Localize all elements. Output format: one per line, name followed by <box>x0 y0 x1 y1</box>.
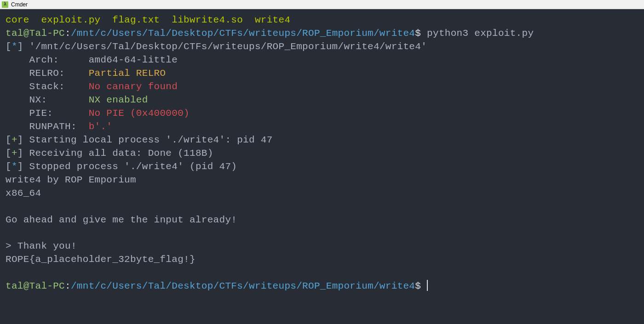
titlebar[interactable]: λ Cmder <box>0 0 644 9</box>
prog-prompt: Go ahead and give me the input already! <box>6 215 237 225</box>
cmder-icon: λ <box>2 1 8 8</box>
prompt-dollar: $ <box>415 281 421 291</box>
prompt-sep: : <box>65 28 71 39</box>
recv-data: Receiving all data: Done (118B) <box>23 148 213 159</box>
prog-banner: write4 by ROP Emporium <box>6 175 136 185</box>
prompt-dollar: $ <box>415 28 421 39</box>
start-process: Starting local process './write4': pid 4… <box>23 135 273 145</box>
stopped-process: Stopped process './write4' (pid 47) <box>23 161 237 172</box>
plus-line: [+] <box>6 135 23 145</box>
stack-label: Stack: <box>6 81 89 92</box>
nx-label: NX: <box>6 95 89 105</box>
terminal-output[interactable]: core exploit.py flag.txt libwrite4.so wr… <box>0 9 644 298</box>
info-line: [*] <box>6 161 23 172</box>
stack-value: No canary found <box>89 81 178 92</box>
arch-value: amd64-64-little <box>89 55 178 65</box>
runpath-label: RUNPATH: <box>6 121 89 132</box>
ls-output: core exploit.py flag.txt libwrite4.so wr… <box>6 15 290 25</box>
prompt-userhost: tal@Tal-PC <box>6 281 65 291</box>
prompt-sep: : <box>65 281 71 291</box>
command-text: python3 exploit.py <box>421 28 534 39</box>
info-line: [*] <box>6 41 23 52</box>
flag-output: ROPE{a_placeholder_32byte_flag!} <box>6 254 196 265</box>
relro-label: RELRO: <box>6 68 89 79</box>
cursor <box>427 280 428 291</box>
nx-value: NX enabled <box>89 95 148 105</box>
prog-arch: x86_64 <box>6 188 41 199</box>
arch-label: Arch: <box>6 55 89 65</box>
binary-path: '/mnt/c/Users/Tal/Desktop/CTFs/writeups/… <box>23 41 427 52</box>
prompt-path: /mnt/c/Users/Tal/Desktop/CTFs/writeups/R… <box>71 28 415 39</box>
prog-thanks: > Thank you! <box>6 241 77 251</box>
relro-value: Partial RELRO <box>89 68 166 79</box>
window-title: Cmder <box>11 1 28 8</box>
pie-value: No PIE (0x400000) <box>89 108 190 119</box>
runpath-value: b'.' <box>89 121 113 132</box>
prompt-userhost: tal@Tal-PC <box>6 28 65 39</box>
prompt-path: /mnt/c/Users/Tal/Desktop/CTFs/writeups/R… <box>71 281 415 291</box>
plus-line: [+] <box>6 148 23 159</box>
pie-label: PIE: <box>6 108 89 119</box>
